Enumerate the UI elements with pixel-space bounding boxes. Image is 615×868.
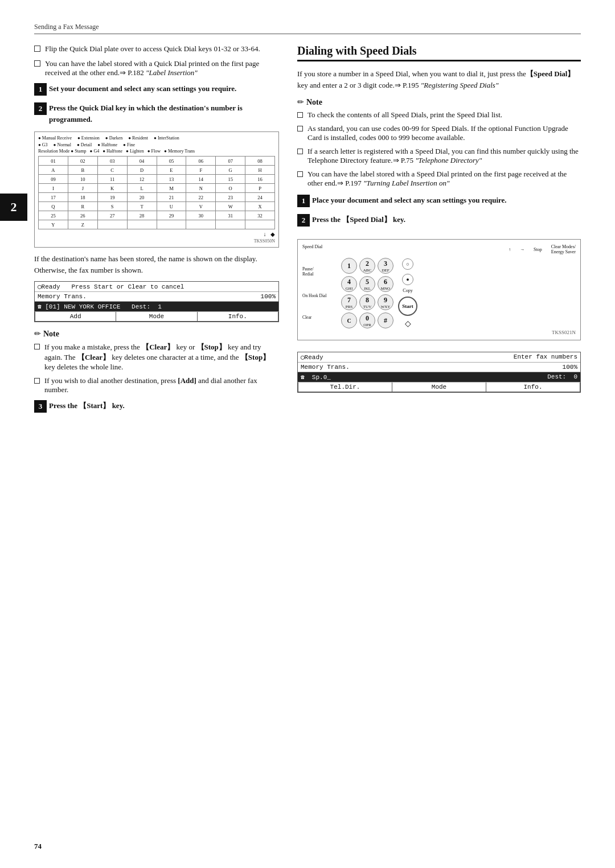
right-note-bullet-4: You can have the label stored with a Spe…	[297, 170, 581, 188]
qdial-hdr-normal: ● Normal	[54, 142, 71, 147]
bullet-1: Flip the Quick Dial plate over to access…	[34, 44, 279, 54]
qdial-cell: 03	[97, 157, 127, 166]
key-hash[interactable]: #	[378, 312, 393, 328]
step-2-text: Press the Quick Dial key in which the de…	[49, 102, 279, 125]
checkbox-icon	[297, 112, 303, 118]
info-button[interactable]: Info.	[198, 312, 278, 321]
key-8[interactable]: 8TUV	[359, 294, 375, 310]
info-button-2[interactable]: Info.	[486, 382, 580, 392]
checkbox-icon	[34, 344, 40, 349]
qdial-hdr-lighten: ● Lighten	[126, 149, 144, 154]
mode-button-2[interactable]: Mode	[392, 382, 486, 392]
header-text: Sending a Fax Message	[34, 23, 99, 31]
qdial-cell: N	[186, 184, 216, 193]
qdial-cell: O	[216, 184, 245, 193]
qdial-cell: Q	[39, 202, 68, 211]
fax-row-dest: ☎ [01] NEW YORK OFFICE Dest: 1	[35, 302, 278, 312]
checkbox-icon	[297, 171, 303, 177]
mode-button[interactable]: Mode	[116, 312, 197, 321]
qdial-cell: X	[245, 202, 275, 211]
right-step-1-text: Place your document and select any scan …	[312, 195, 507, 206]
qdial-cell: K	[97, 184, 127, 193]
bullet-2: You can have the label stored with a Qui…	[34, 59, 279, 77]
key-3[interactable]: 3DEF	[378, 258, 393, 274]
dot-button[interactable]: ●	[402, 274, 413, 285]
qdial-cell: L	[127, 184, 157, 193]
qdial-cell: H	[245, 166, 275, 175]
qdial-cell: 25	[39, 211, 68, 220]
qdial-cell: 10	[68, 175, 97, 184]
qdial-header-inter: ● InterStation	[154, 135, 179, 141]
checkbox-icon	[34, 60, 40, 67]
qdial-cell: 01	[39, 157, 68, 166]
key-2[interactable]: 2ABC	[359, 258, 375, 274]
section-title: Dialing with Speed Dials	[297, 44, 581, 61]
right-note-bullet-2: As standard, you can use codes 00-99 for…	[297, 124, 581, 142]
start-key[interactable]: Start	[398, 297, 417, 316]
teldir-button[interactable]: Tel.Dir.	[298, 382, 392, 392]
qdial-cell: 14	[186, 175, 216, 184]
clear-label: Clear	[302, 315, 337, 320]
key-5[interactable]: 5JKL	[359, 276, 375, 292]
diamond-icon: ◇	[405, 319, 411, 328]
qdial-cell: 12	[127, 175, 157, 184]
qdial-cell: 31	[216, 211, 245, 220]
qdial-cell: 27	[97, 211, 127, 220]
qdial-cell: J	[68, 184, 97, 193]
step-1: 1 Set your document and select any scan …	[34, 83, 279, 96]
qdial-cell	[245, 220, 275, 229]
key-7[interactable]: 7PRS	[341, 294, 357, 310]
qdial-cell: 18	[68, 193, 97, 202]
step-2: 2 Press the Quick Dial key in which the …	[34, 102, 279, 125]
qdial-hdr-detail: ● Detail	[77, 142, 92, 147]
qdial-cell: 15	[216, 175, 245, 184]
note-bullet-1-text: If you make a mistake, press the 【Clear】…	[44, 342, 279, 372]
qdial-cell	[97, 220, 127, 229]
fax-row-ready-2: ◯ReadyEnter fax numbers	[298, 352, 580, 363]
key-9[interactable]: 9WXY	[378, 294, 393, 310]
speed-dial-label: Speed Dial	[302, 244, 322, 254]
qdial-hdr-halftone: ● Halftone	[97, 142, 117, 147]
checkbox-icon	[297, 149, 303, 154]
fax-row-memory: Memory Trans.100%	[35, 292, 278, 302]
qdial-cell: 07	[216, 157, 245, 166]
qdial-cell: C	[97, 166, 127, 175]
qdial-cell: 26	[68, 211, 97, 220]
qdial-cell: P	[245, 184, 275, 193]
qdial-cell: Z	[68, 220, 97, 229]
note-section-1: ✏ Note	[34, 329, 279, 339]
qdial-cell: 30	[186, 211, 216, 220]
copy-label: Copy	[403, 288, 412, 293]
qdial-cell: 22	[186, 193, 216, 202]
qdial-cell: 05	[157, 157, 186, 166]
circle-button-top[interactable]: ○	[402, 258, 413, 270]
qdial-cell	[186, 220, 216, 229]
qdial-cell: 02	[68, 157, 97, 166]
step-3-text: Press the 【Start】 key.	[49, 400, 125, 412]
add-button[interactable]: Add	[35, 312, 116, 321]
qdial-label: TKSS050N	[38, 238, 275, 244]
qdial-cell	[127, 220, 157, 229]
qdial-hdr-fine: ● Fine	[123, 142, 135, 147]
qdial-hdr-g3: ● G3	[38, 142, 48, 147]
step-3: 3 Press the 【Start】 key.	[34, 400, 279, 413]
key-clear-c[interactable]: C	[341, 312, 357, 328]
key-1[interactable]: 1	[341, 258, 357, 274]
checkbox-icon	[34, 46, 40, 52]
header-bar: Sending a Fax Message	[34, 23, 581, 34]
key-6[interactable]: 6MNO	[378, 276, 393, 292]
key-0[interactable]: 0OPR	[359, 312, 375, 328]
key-4[interactable]: 4GHI	[341, 276, 357, 292]
qdial-cell: R	[68, 202, 97, 211]
qdial-header-ext: ● Extension	[77, 135, 100, 141]
note-section-2: ✏ Note	[297, 97, 581, 107]
qdial-cell: 06	[186, 157, 216, 166]
qdial-image: ● Manual Receive ● Extension ● Darken ● …	[34, 131, 279, 248]
qdial-cell: 29	[157, 211, 186, 220]
qdial-cell: 09	[39, 175, 68, 184]
qdial-header-resident: ● Resident	[128, 135, 148, 141]
note-bullet-2: If you wish to dial another destination,…	[34, 376, 279, 394]
qdial-cell: 08	[245, 157, 275, 166]
fax-display-1: ◯Ready Press Start or Clear to cancel Me…	[34, 281, 279, 322]
pause-redial-label: Pause/Redial	[302, 266, 337, 277]
